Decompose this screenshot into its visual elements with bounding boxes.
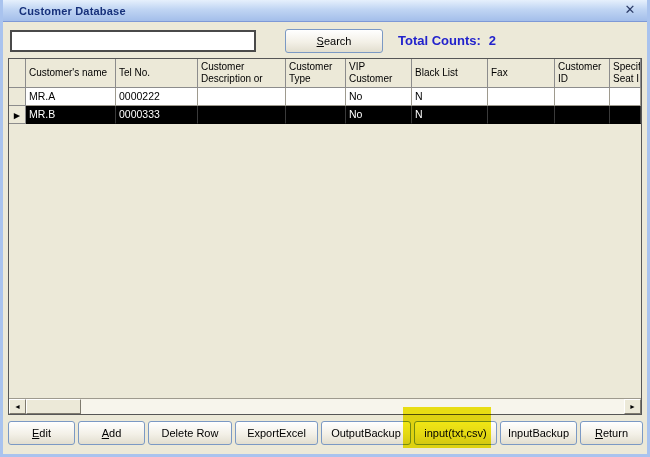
column-header-specified-seat-id: Specified Seat ID	[610, 59, 641, 88]
input-backup-button[interactable]: InputBackup	[500, 421, 577, 445]
edit-button[interactable]: Edit	[8, 421, 75, 445]
table-row-selected[interactable]: ► MR.B 0000333 No N	[9, 106, 641, 124]
header-selector-cell	[9, 59, 26, 88]
search-button-mnemonic: S	[317, 35, 324, 47]
column-header-tel-no: Tel No.	[116, 59, 198, 88]
cell-black-list[interactable]: N	[412, 106, 488, 124]
close-button[interactable]: ✕	[622, 2, 638, 18]
cell-customer-id[interactable]	[555, 88, 610, 106]
button-bar: Edit Add Delete Row ExportExcel OutputBa…	[8, 421, 642, 445]
column-header-fax: Fax	[488, 59, 555, 88]
grid-empty-area	[9, 125, 641, 398]
total-counts: Total Counts:2	[398, 33, 496, 48]
input-txt-csv-label: input(txt,csv)	[424, 427, 486, 439]
grid-header-row: Customer's name Tel No. Customer Descrip…	[9, 59, 641, 88]
scroll-right-arrow-icon: ►	[629, 403, 636, 410]
return-label: eturn	[603, 427, 628, 439]
row-selector-cell-current: ►	[9, 106, 26, 124]
scroll-left-button[interactable]: ◄	[9, 399, 26, 414]
column-header-vip-customer: VIP Customer	[346, 59, 412, 88]
add-label: dd	[109, 427, 121, 439]
cell-tel-no[interactable]: 0000222	[116, 88, 198, 106]
output-backup-label: OutputBackup	[331, 427, 401, 439]
return-button[interactable]: Return	[580, 421, 643, 445]
cell-customer-description[interactable]	[198, 88, 286, 106]
table-row[interactable]: MR.A 0000222 No N	[9, 88, 641, 106]
cell-customer-name[interactable]: MR.B	[26, 106, 116, 124]
delete-row-button[interactable]: Delete Row	[148, 421, 232, 445]
scrollbar-thumb[interactable]	[26, 399, 81, 414]
cell-customer-description[interactable]	[198, 106, 286, 124]
edit-label: dit	[39, 427, 51, 439]
output-backup-button[interactable]: OutputBackup	[321, 421, 411, 445]
column-header-customer-type: Customer Type	[286, 59, 346, 88]
column-header-customer-name: Customer's name	[26, 59, 116, 88]
cell-fax[interactable]	[488, 106, 555, 124]
search-button-label: earch	[324, 35, 352, 47]
current-row-arrow-icon: ►	[12, 107, 22, 123]
add-button[interactable]: Add	[78, 421, 145, 445]
export-excel-button[interactable]: ExportExcel	[235, 421, 318, 445]
scroll-left-arrow-icon: ◄	[14, 403, 21, 410]
cell-black-list[interactable]: N	[412, 88, 488, 106]
search-input[interactable]	[10, 30, 256, 52]
column-header-black-list: Black List	[412, 59, 488, 88]
scrollbar-track[interactable]	[81, 399, 624, 414]
delete-row-label: Delete Row	[162, 427, 219, 439]
cell-tel-no[interactable]: 0000333	[116, 106, 198, 124]
cell-specified-seat-id[interactable]	[610, 106, 641, 124]
cell-vip-customer[interactable]: No	[346, 88, 412, 106]
column-header-customer-description: Customer Description or	[198, 59, 286, 88]
cell-customer-id[interactable]	[555, 106, 610, 124]
row-selector-cell[interactable]	[9, 88, 26, 106]
scroll-right-button[interactable]: ►	[624, 399, 641, 414]
title-bar: Customer Database ✕	[3, 0, 647, 22]
customer-grid: Customer's name Tel No. Customer Descrip…	[8, 58, 642, 415]
cell-customer-name[interactable]: MR.A	[26, 88, 116, 106]
input-backup-label: InputBackup	[508, 427, 569, 439]
cell-specified-seat-id[interactable]	[610, 88, 641, 106]
column-header-customer-id: Customer ID	[555, 59, 610, 88]
search-button[interactable]: Search	[285, 29, 383, 53]
cell-customer-type[interactable]	[286, 106, 346, 124]
close-icon: ✕	[625, 2, 636, 17]
horizontal-scrollbar: ◄ ►	[9, 398, 641, 414]
input-txt-csv-button[interactable]: input(txt,csv)	[414, 421, 497, 445]
add-mnemonic: A	[102, 427, 109, 439]
total-counts-label: Total Counts:	[398, 33, 481, 48]
cell-customer-type[interactable]	[286, 88, 346, 106]
customer-database-window: Customer Database ✕ Search Total Counts:…	[0, 0, 650, 457]
window-title: Customer Database	[3, 5, 126, 17]
export-excel-label: ExportExcel	[247, 427, 306, 439]
cell-fax[interactable]	[488, 88, 555, 106]
return-mnemonic: R	[595, 427, 603, 439]
cell-vip-customer[interactable]: No	[346, 106, 412, 124]
total-counts-value: 2	[489, 33, 496, 48]
